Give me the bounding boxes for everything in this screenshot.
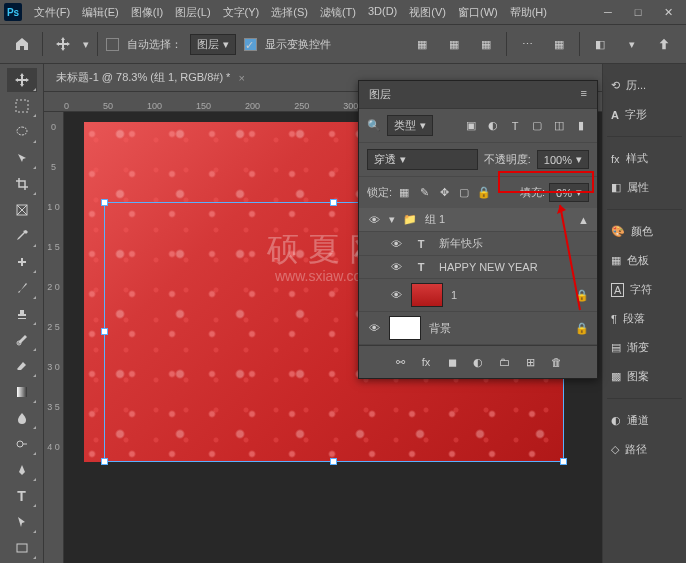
filter-smart-icon[interactable]: ◫ — [551, 118, 567, 134]
panel-properties[interactable]: ◧属性 — [607, 174, 682, 201]
layer-image[interactable]: 👁 1 🔒 — [359, 279, 597, 312]
filter-adjust-icon[interactable]: ◐ — [485, 118, 501, 134]
menu-view[interactable]: 视图(V) — [405, 3, 450, 22]
group-icon[interactable]: 🗀 — [496, 354, 512, 370]
panel-glyphs[interactable]: A字形 — [607, 101, 682, 128]
menu-3d[interactable]: 3D(D) — [364, 3, 401, 22]
menu-layer[interactable]: 图层(L) — [171, 3, 214, 22]
handle-bm[interactable] — [330, 458, 337, 465]
healing-tool[interactable] — [7, 250, 37, 274]
brush-tool[interactable] — [7, 276, 37, 300]
opacity-input[interactable]: 100%▾ — [537, 150, 589, 169]
lock-pixels-icon[interactable]: ▦ — [396, 185, 412, 201]
share-icon[interactable] — [652, 32, 676, 56]
delete-layer-icon[interactable]: 🗑 — [548, 354, 564, 370]
menu-image[interactable]: 图像(I) — [127, 3, 167, 22]
fx-icon[interactable]: fx — [418, 354, 434, 370]
search-icon[interactable]: ▾ — [620, 32, 644, 56]
history-brush-tool[interactable] — [7, 328, 37, 352]
menu-window[interactable]: 窗口(W) — [454, 3, 502, 22]
filter-image-icon[interactable]: ▣ — [463, 118, 479, 134]
link-layers-icon[interactable]: ⚯ — [392, 354, 408, 370]
layer-text[interactable]: 👁 T HAPPY NEW YEAR — [359, 256, 597, 279]
layer-background[interactable]: 👁 背景 🔒 — [359, 312, 597, 345]
crop-tool[interactable] — [7, 172, 37, 196]
menu-edit[interactable]: 编辑(E) — [78, 3, 123, 22]
quick-select-tool[interactable] — [7, 146, 37, 170]
workspace-icon[interactable]: ◧ — [588, 32, 612, 56]
layer-filter-select[interactable]: 类型▾ — [387, 115, 433, 136]
tab-close-icon[interactable]: × — [238, 72, 244, 84]
layer-group[interactable]: 👁 ▾ 📁 组 1 ▲ — [359, 208, 597, 232]
move-tool[interactable] — [7, 68, 37, 92]
gradient-tool[interactable] — [7, 380, 37, 404]
blur-tool[interactable] — [7, 406, 37, 430]
home-icon[interactable] — [10, 32, 34, 56]
visibility-icon[interactable]: 👁 — [389, 260, 403, 274]
layer-text[interactable]: 👁 T 新年快乐 — [359, 232, 597, 256]
frame-tool[interactable] — [7, 198, 37, 222]
panel-color[interactable]: 🎨颜色 — [607, 218, 682, 245]
lock-position-icon[interactable]: ✥ — [436, 185, 452, 201]
auto-select-target[interactable]: 图层▾ — [190, 34, 236, 55]
panel-styles[interactable]: fx样式 — [607, 145, 682, 172]
handle-br[interactable] — [560, 458, 567, 465]
panel-channels[interactable]: ◐通道 — [607, 407, 682, 434]
handle-ml[interactable] — [101, 328, 108, 335]
panel-gradient[interactable]: ▤渐变 — [607, 334, 682, 361]
new-layer-icon[interactable]: ⊞ — [522, 354, 538, 370]
eraser-tool[interactable] — [7, 354, 37, 378]
filter-shape-icon[interactable]: ▢ — [529, 118, 545, 134]
visibility-icon[interactable]: 👁 — [367, 213, 381, 227]
maximize-button[interactable]: □ — [624, 2, 652, 22]
align-icon-3[interactable]: ▦ — [474, 32, 498, 56]
marquee-tool[interactable] — [7, 94, 37, 118]
mask-icon[interactable]: ◼ — [444, 354, 460, 370]
panel-swatches[interactable]: ▦色板 — [607, 247, 682, 274]
fill-input[interactable]: 0%▾ — [549, 183, 589, 202]
blend-mode-select[interactable]: 穿透▾ — [367, 149, 478, 170]
menu-help[interactable]: 帮助(H) — [506, 3, 551, 22]
path-select-tool[interactable] — [7, 510, 37, 534]
eyedropper-tool[interactable] — [7, 224, 37, 248]
menu-file[interactable]: 文件(F) — [30, 3, 74, 22]
minimize-button[interactable]: ─ — [594, 2, 622, 22]
show-transform-checkbox[interactable]: ✓ — [244, 38, 257, 51]
panel-paths[interactable]: ◇路径 — [607, 436, 682, 463]
move-tool-icon[interactable] — [51, 32, 75, 56]
menu-select[interactable]: 选择(S) — [267, 3, 312, 22]
type-tool[interactable]: T — [7, 484, 37, 508]
visibility-icon[interactable]: 👁 — [389, 288, 403, 302]
panel-history[interactable]: ⟲历... — [607, 72, 682, 99]
lock-artboard-icon[interactable]: ▢ — [456, 185, 472, 201]
layers-panel-title[interactable]: 图层 — [369, 87, 391, 102]
panel-menu-icon[interactable]: ≡ — [581, 87, 587, 102]
3d-mode-icon[interactable]: ▦ — [547, 32, 571, 56]
stamp-tool[interactable] — [7, 302, 37, 326]
close-button[interactable]: ✕ — [654, 2, 682, 22]
visibility-icon[interactable]: 👁 — [367, 321, 381, 335]
panel-character[interactable]: A字符 — [607, 276, 682, 303]
align-icon[interactable]: ▦ — [410, 32, 434, 56]
more-icon[interactable]: ⋯ — [515, 32, 539, 56]
rectangle-tool[interactable] — [7, 536, 37, 560]
lock-paint-icon[interactable]: ✎ — [416, 185, 432, 201]
filter-type-icon[interactable]: T — [507, 118, 523, 134]
menu-filter[interactable]: 滤镜(T) — [316, 3, 360, 22]
menu-type[interactable]: 文字(Y) — [219, 3, 264, 22]
panel-pattern[interactable]: ▩图案 — [607, 363, 682, 390]
filter-toggle-icon[interactable]: ▮ — [573, 118, 589, 134]
chevron-down-icon[interactable]: ▾ — [389, 213, 395, 226]
adjustment-icon[interactable]: ◐ — [470, 354, 486, 370]
handle-bl[interactable] — [101, 458, 108, 465]
dodge-tool[interactable] — [7, 432, 37, 456]
handle-tm[interactable] — [330, 199, 337, 206]
visibility-icon[interactable]: 👁 — [389, 237, 403, 251]
lock-all-icon[interactable]: 🔒 — [476, 185, 492, 201]
panel-paragraph[interactable]: ¶段落 — [607, 305, 682, 332]
handle-tl[interactable] — [101, 199, 108, 206]
pen-tool[interactable] — [7, 458, 37, 482]
align-icon-2[interactable]: ▦ — [442, 32, 466, 56]
lasso-tool[interactable] — [7, 120, 37, 144]
auto-select-checkbox[interactable] — [106, 38, 119, 51]
